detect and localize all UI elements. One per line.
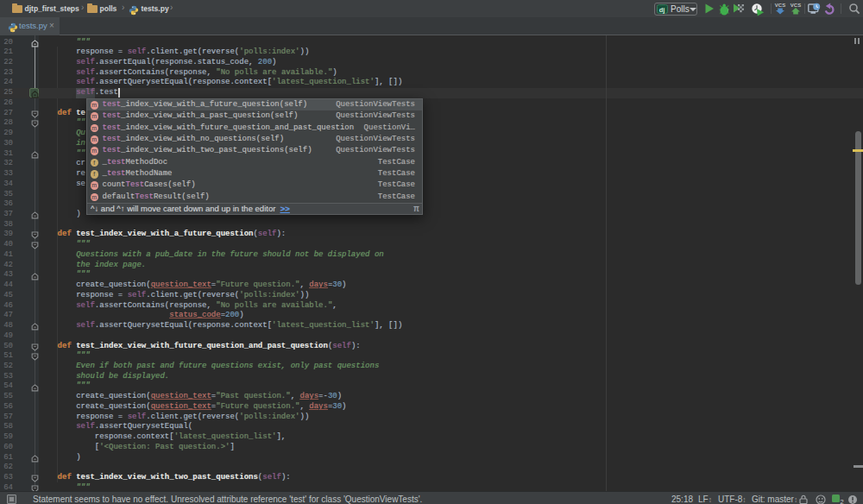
svg-text:VCS: VCS — [791, 3, 801, 8]
svg-text:VCS: VCS — [775, 3, 785, 8]
